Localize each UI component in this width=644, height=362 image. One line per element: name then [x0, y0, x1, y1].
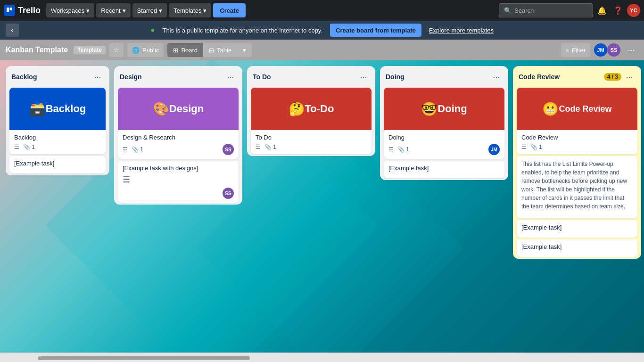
card-title-doing: Doing	[388, 134, 500, 141]
list-title-doing: Doing	[386, 73, 405, 81]
card-title-code-review: Code Review	[521, 134, 633, 141]
card-title-backlog-task: [Example task]	[14, 160, 101, 167]
card-cover-design: 🎨 Design	[118, 88, 239, 130]
card-cover-doing: 🤓 Doing	[384, 88, 504, 130]
horizontal-scrollbar[interactable]	[38, 356, 250, 360]
card-code-review-task1[interactable]: [Example task]	[517, 220, 637, 238]
user-avatar[interactable]: YC	[627, 4, 640, 17]
member-avatar-ss[interactable]: SS	[607, 43, 620, 57]
list-header-todo: To Do ···	[247, 66, 375, 86]
recent-menu[interactable]: Recent ▾	[96, 3, 130, 17]
search-box[interactable]: 🔍	[499, 3, 593, 17]
banner-dot-icon: ●	[150, 26, 155, 34]
card-doing-task[interactable]: [Example task]	[384, 161, 504, 178]
checklist-icon-code-review: ☰	[521, 144, 527, 150]
card-assignee-design-task: SS	[223, 188, 234, 199]
card-assignee-doing: JM	[488, 144, 500, 155]
attachment-icon-backlog: 📎 1	[23, 144, 35, 150]
card-code-review-cover[interactable]: 😬 Code Review Code Review ☰ 📎 1	[517, 88, 637, 154]
board-toolbar: Kanban Template Template ☆ 🌐 Public ⊞ Bo…	[0, 40, 644, 60]
banner-text: This is a public template for anyone on …	[163, 27, 322, 34]
card-backlog-cover[interactable]: 🗃️ Backlog Backlog ☰ 📎 1	[9, 88, 106, 154]
star-button[interactable]: ☆	[109, 43, 124, 57]
card-footer-doing: ☰ 📎 1 JM	[388, 144, 500, 155]
visibility-button[interactable]: 🌐 Public	[127, 43, 164, 57]
card-cover-emoji-backlog: 🗃️	[29, 101, 46, 117]
checklist-icon: ☰	[14, 144, 19, 150]
card-title-code-review-task1: [Example task]	[521, 224, 633, 231]
search-input[interactable]	[514, 7, 585, 14]
card-meta-backlog: ☰ 📎 1	[14, 144, 101, 150]
board-icon: ⊞	[173, 47, 178, 54]
card-design-cover[interactable]: 🎨 Design Design & Research ☰ 📎 1 SS	[118, 88, 239, 159]
checklist-icon-doing: ☰	[388, 146, 394, 153]
card-backlog-task[interactable]: [Example task]	[9, 156, 106, 173]
more-views-button[interactable]: ▾	[237, 43, 252, 57]
card-cover-emoji-code-review: 😬	[542, 101, 559, 117]
workspaces-menu[interactable]: Workspaces ▾	[46, 3, 94, 17]
table-view-button[interactable]: ⊟ Table	[203, 43, 237, 57]
card-code-review-task2[interactable]: [Example task]	[517, 239, 637, 257]
card-title-design: Design & Research	[123, 134, 234, 141]
list-menu-code-review[interactable]: ···	[623, 71, 636, 83]
card-cover-code-review: 😬 Code Review	[517, 88, 637, 130]
help-button[interactable]: ❓	[611, 3, 625, 17]
member-avatar-jm[interactable]: JM	[594, 43, 607, 57]
list-title-code-review: Code Review	[519, 73, 560, 81]
card-title-todo: To Do	[256, 134, 367, 141]
attachment-icon-design: 📎 1	[132, 146, 143, 153]
card-title-doing-task: [Example task]	[388, 165, 500, 172]
chevron-down-icon: ▾	[159, 7, 162, 14]
filter-button[interactable]: ≡ Filter	[561, 43, 590, 57]
checklist-icon-todo: ☰	[256, 144, 261, 150]
list-menu-doing[interactable]: ···	[490, 71, 503, 83]
card-cover-text-todo: To-Do	[305, 103, 334, 115]
list-todo: To Do ··· 🤔 To-Do To Do ☰ 📎 1	[247, 66, 375, 156]
card-assignee-design: SS	[223, 144, 234, 155]
list-menu-design[interactable]: ···	[224, 71, 237, 83]
templates-menu[interactable]: Templates ▾	[169, 3, 211, 17]
card-title-design-task: [Example task with designs]	[123, 165, 234, 172]
attachment-icon-doing: 📎 1	[397, 146, 409, 153]
chevron-down-icon: ▾	[123, 7, 126, 14]
card-title-code-review-task2: [Example task]	[521, 243, 633, 250]
create-button[interactable]: Create	[213, 3, 245, 17]
list-menu-backlog[interactable]: ···	[91, 71, 104, 83]
more-options-button[interactable]: ···	[624, 43, 638, 57]
trello-logo[interactable]: Trello	[4, 5, 41, 16]
list-header-doing: Doing ···	[380, 66, 508, 86]
board-view-button[interactable]: ⊞ Board	[167, 43, 203, 57]
back-button[interactable]: ‹	[6, 24, 19, 37]
globe-icon: 🌐	[132, 47, 140, 54]
navbar: Trello Workspaces ▾ Recent ▾ Starred ▾ T…	[0, 0, 644, 21]
template-banner: ‹ ● This is a public template for anyone…	[0, 21, 644, 40]
card-todo-cover[interactable]: 🤔 To-Do To Do ☰ 📎 1	[251, 88, 372, 154]
starred-menu[interactable]: Starred ▾	[132, 3, 167, 17]
board-background: Backlog ··· 🗃️ Backlog Backlog ☰ 📎 1 [Ex…	[0, 60, 644, 353]
table-icon: ⊟	[209, 47, 214, 54]
card-cover-text-design: Design	[169, 103, 204, 115]
list-doing: Doing ··· 🤓 Doing Doing ☰ 📎 1 JM	[380, 66, 508, 180]
card-design-task[interactable]: [Example task with designs] ☰ SS	[118, 161, 239, 203]
card-meta-doing: ☰ 📎 1	[388, 146, 409, 153]
notifications-button[interactable]: 🔔	[595, 3, 609, 17]
filter-icon: ≡	[566, 47, 570, 54]
card-meta-design: ☰ 📎 1	[123, 146, 143, 153]
list-header-right-code-review: 4 / 3 ···	[604, 71, 636, 83]
trello-wordmark: Trello	[18, 6, 41, 16]
list-header-design: Design ···	[114, 66, 242, 86]
card-code-review-desc[interactable]: This list has the List Limits Power-up e…	[517, 156, 637, 218]
list-title-backlog: Backlog	[11, 73, 37, 81]
card-cover-text-backlog: Backlog	[46, 103, 86, 115]
card-cover-todo: 🤔 To-Do	[251, 88, 372, 130]
card-footer-design: ☰ 📎 1 SS	[123, 144, 234, 155]
card-doing-cover[interactable]: 🤓 Doing Doing ☰ 📎 1 JM	[384, 88, 504, 159]
create-board-from-template-button[interactable]: Create board from template	[330, 24, 421, 37]
card-footer-design-task: SS	[123, 188, 234, 199]
card-cover-emoji-design: 🎨	[153, 101, 169, 117]
list-menu-todo[interactable]: ···	[357, 71, 370, 83]
search-icon: 🔍	[504, 7, 512, 14]
list-header-code-review: Code Review 4 / 3 ···	[513, 66, 641, 86]
explore-templates-button[interactable]: Explore more templates	[429, 27, 494, 34]
checklist-icon-design: ☰	[123, 146, 128, 153]
